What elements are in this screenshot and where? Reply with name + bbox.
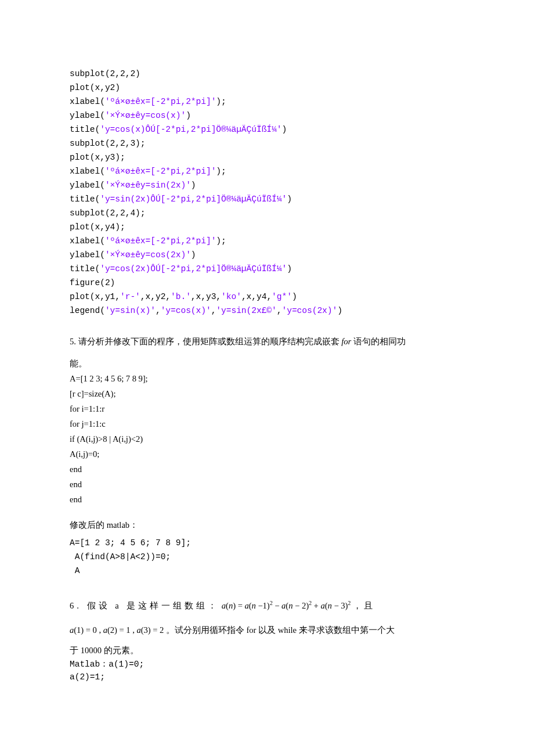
q5-code-line: end <box>70 492 464 507</box>
q5-modified-code: A=[1 2 3; 4 5 6; 7 8 9]; A(find(A>8|A<2)… <box>70 536 464 578</box>
question-5-prompt: 5. 请分析并修改下面的程序，使用矩阵或数组运算的顺序结构完成嵌套 for 语句… <box>70 334 464 349</box>
code-line: A=[1 2 3; 4 5 6; 7 8 9]; <box>70 536 464 550</box>
q6-matlab-line: a(2)=1; <box>70 671 464 683</box>
q6-line3: 于 10000 的元素。 <box>70 643 464 658</box>
question-5: 5. 请分析并修改下面的程序，使用矩阵或数组运算的顺序结构完成嵌套 for 语句… <box>70 334 464 578</box>
code-line: xlabel('ºá×ø±êx=[-2*pi,2*pi]'); <box>70 95 464 109</box>
q5-code-line: [r c]=size(A); <box>70 386 464 401</box>
q5-code-line: for j=1:1:c <box>70 416 464 431</box>
code-line: subplot(2,2,2) <box>70 67 464 81</box>
q5-code-line: A=[1 2 3; 4 5 6; 7 8 9]; <box>70 371 464 386</box>
code-line: plot(x,y1,'r-',x,y2,'b.',x,y3,'ko',x,y4,… <box>70 290 464 304</box>
q6-line1: 6. 假设 a 是这样一组数组： a(n) = a(n −1)2 − a(n −… <box>70 594 464 617</box>
document-page: subplot(2,2,2) plot(x,y2) xlabel('ºá×ø±ê… <box>0 0 534 718</box>
q5-modified-label: 修改后的 matlab： <box>70 517 464 532</box>
question-5-prompt-tail: 能。 <box>70 356 464 371</box>
code-line: figure(2) <box>70 276 464 290</box>
question-6: 6. 假设 a 是这样一组数组： a(n) = a(n −1)2 − a(n −… <box>70 594 464 683</box>
code-line: ylabel('×Ý×ø±êy=sin(2x)') <box>70 178 464 192</box>
code-line: A <box>70 564 464 578</box>
q5-code-line: end <box>70 462 464 477</box>
code-line: title('y=cos(x)ÔÚ[-2*pi,2*pi]Ö®¼äµÄÇúÏßÍ… <box>70 123 464 136</box>
code-line: xlabel('ºá×ø±êx=[-2*pi,2*pi]'); <box>70 164 464 178</box>
q5-code-line: end <box>70 477 464 492</box>
q5-code-line: A(i,j)=0; <box>70 447 464 462</box>
q5-code-line: for i=1:1:r <box>70 401 464 416</box>
code-line: title('y=sin(2x)ÔÚ[-2*pi,2*pi]Ö®¼äµÄÇúÏß… <box>70 192 464 206</box>
code-line: legend('y=sin(x)','y=cos(x)','y=sin(2x£©… <box>70 304 464 318</box>
q5-code-line: if (A(i,j)>8 | A(i,j)<2) <box>70 431 464 447</box>
code-line: plot(x,y4); <box>70 220 464 234</box>
q6-matlab-line: Matlab：a(1)=0; <box>70 658 464 671</box>
code-line: title('y=cos(2x)ÔÚ[-2*pi,2*pi]Ö®¼äµÄÇúÏß… <box>70 262 464 276</box>
code-line: A(find(A>8|A<2))=0; <box>70 550 464 564</box>
q6-line2: a(1) = 0 , a(2) = 1 , a(3) = 2 。试分别用循环指令… <box>70 617 464 643</box>
code-line: xlabel('ºá×ø±êx=[-2*pi,2*pi]'); <box>70 234 464 248</box>
code-line: subplot(2,2,3); <box>70 136 464 150</box>
matlab-code-block-1: subplot(2,2,2) plot(x,y2) xlabel('ºá×ø±ê… <box>70 67 464 318</box>
code-line: ylabel('×Ý×ø±êy=cos(x)') <box>70 109 464 123</box>
code-line: ylabel('×Ý×ø±êy=cos(2x)') <box>70 248 464 262</box>
code-line: plot(x,y3); <box>70 150 464 164</box>
code-line: plot(x,y2) <box>70 81 464 95</box>
code-line: subplot(2,2,4); <box>70 206 464 220</box>
